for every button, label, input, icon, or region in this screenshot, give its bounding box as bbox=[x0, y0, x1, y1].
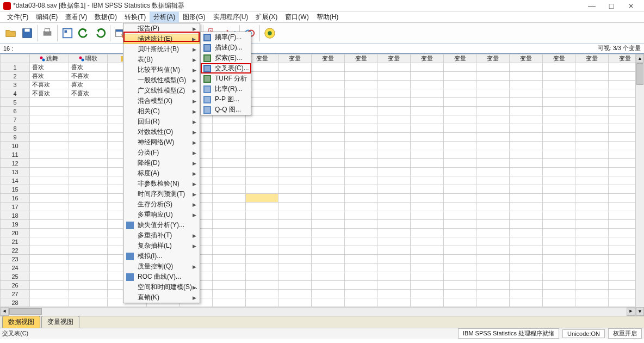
column-header[interactable]: 变量 bbox=[443, 54, 476, 63]
menu-ext[interactable]: 扩展(X) bbox=[252, 11, 281, 23]
data-cell[interactable] bbox=[575, 194, 609, 203]
data-cell[interactable] bbox=[245, 290, 278, 298]
data-cell[interactable] bbox=[30, 194, 69, 203]
data-cell[interactable] bbox=[245, 237, 278, 246]
data-cell[interactable] bbox=[542, 229, 575, 237]
data-cell[interactable] bbox=[312, 98, 345, 107]
data-cell[interactable] bbox=[510, 98, 543, 107]
data-cell[interactable] bbox=[312, 142, 345, 150]
data-cell[interactable] bbox=[69, 159, 108, 168]
data-cell[interactable] bbox=[30, 255, 69, 264]
column-header[interactable]: 唱歌 bbox=[69, 54, 108, 63]
data-cell[interactable] bbox=[575, 81, 609, 89]
data-cell[interactable] bbox=[278, 81, 312, 89]
data-cell[interactable] bbox=[69, 176, 108, 185]
data-cell[interactable] bbox=[476, 246, 510, 255]
data-cell[interactable] bbox=[542, 281, 575, 290]
tab-variable-view[interactable]: 变量视图 bbox=[41, 316, 79, 328]
data-cell[interactable] bbox=[443, 115, 476, 124]
row-header[interactable]: 25 bbox=[1, 272, 30, 281]
data-cell[interactable] bbox=[69, 115, 108, 124]
menu-item[interactable]: 比较平均值(M)▶ bbox=[123, 65, 200, 75]
data-cell[interactable] bbox=[411, 81, 444, 89]
horizontal-scrollbar[interactable]: ◄ ► bbox=[0, 307, 635, 316]
menu-item[interactable]: 报告(P)▶ bbox=[123, 23, 200, 34]
menu-item[interactable]: 表(B)▶ bbox=[123, 54, 200, 65]
data-cell[interactable] bbox=[377, 142, 411, 150]
data-cell[interactable] bbox=[476, 203, 510, 211]
data-cell[interactable] bbox=[312, 133, 345, 142]
data-cell[interactable] bbox=[344, 194, 377, 203]
data-cell[interactable] bbox=[476, 89, 510, 98]
data-cell[interactable] bbox=[245, 159, 278, 168]
data-cell[interactable] bbox=[443, 81, 476, 89]
data-cell[interactable] bbox=[344, 159, 377, 168]
data-cell[interactable] bbox=[312, 281, 345, 290]
row-header[interactable]: 26 bbox=[1, 281, 30, 290]
data-cell[interactable] bbox=[30, 298, 69, 307]
menu-item[interactable]: 贝叶斯统计(B)▶ bbox=[123, 44, 200, 54]
data-cell[interactable] bbox=[245, 281, 278, 290]
menu-edit[interactable]: 编辑(E) bbox=[32, 11, 61, 23]
data-cell[interactable] bbox=[30, 98, 69, 107]
data-cell[interactable] bbox=[69, 124, 108, 133]
data-cell[interactable] bbox=[411, 63, 444, 72]
data-cell[interactable] bbox=[542, 272, 575, 281]
row-header[interactable]: 22 bbox=[1, 246, 30, 255]
data-cell[interactable] bbox=[69, 133, 108, 142]
data-cell[interactable] bbox=[476, 176, 510, 185]
menu-graph[interactable]: 图形(G) bbox=[179, 11, 209, 23]
column-header[interactable]: 变量 bbox=[377, 54, 411, 63]
data-cell[interactable] bbox=[69, 185, 108, 194]
data-cell[interactable] bbox=[510, 272, 543, 281]
menu-item[interactable]: 缺失值分析(Y)... bbox=[123, 220, 200, 230]
data-cell[interactable] bbox=[213, 272, 246, 281]
data-cell[interactable] bbox=[245, 168, 278, 176]
row-header[interactable]: 28 bbox=[1, 298, 30, 307]
menu-file[interactable]: 文件(F) bbox=[3, 11, 32, 23]
data-cell[interactable] bbox=[575, 211, 609, 220]
data-cell[interactable] bbox=[542, 176, 575, 185]
data-cell[interactable] bbox=[213, 290, 246, 298]
menu-item[interactable]: 降维(D)▶ bbox=[123, 158, 200, 168]
data-cell[interactable] bbox=[476, 211, 510, 220]
data-cell[interactable] bbox=[542, 211, 575, 220]
data-cell[interactable] bbox=[312, 107, 345, 115]
submenu-item[interactable]: P-P 图... bbox=[201, 94, 251, 105]
open-icon[interactable] bbox=[3, 26, 18, 41]
data-cell[interactable] bbox=[542, 107, 575, 115]
data-cell[interactable] bbox=[278, 255, 312, 264]
data-cell[interactable] bbox=[312, 89, 345, 98]
data-cell[interactable] bbox=[510, 150, 543, 159]
data-cell[interactable] bbox=[278, 203, 312, 211]
data-cell[interactable] bbox=[377, 298, 411, 307]
data-cell[interactable] bbox=[377, 229, 411, 237]
row-header[interactable]: 15 bbox=[1, 185, 30, 194]
data-cell[interactable] bbox=[344, 81, 377, 89]
data-cell[interactable] bbox=[213, 115, 246, 124]
menu-item[interactable]: 空间和时间建模(S)...▶ bbox=[123, 282, 200, 292]
data-cell[interactable] bbox=[312, 203, 345, 211]
data-cell[interactable] bbox=[69, 168, 108, 176]
data-cell[interactable] bbox=[443, 194, 476, 203]
row-header[interactable]: 3 bbox=[1, 81, 30, 89]
data-cell[interactable] bbox=[575, 255, 609, 264]
data-cell[interactable] bbox=[30, 246, 69, 255]
data-cell[interactable] bbox=[69, 246, 108, 255]
data-cell[interactable] bbox=[278, 72, 312, 81]
data-cell[interactable] bbox=[510, 264, 543, 272]
data-cell[interactable] bbox=[213, 150, 246, 159]
row-header[interactable]: 20 bbox=[1, 229, 30, 237]
data-cell[interactable] bbox=[377, 176, 411, 185]
data-cell[interactable] bbox=[542, 237, 575, 246]
data-cell[interactable] bbox=[443, 185, 476, 194]
data-cell[interactable] bbox=[510, 185, 543, 194]
scroll-left-button[interactable]: ◄ bbox=[0, 308, 9, 316]
data-cell[interactable] bbox=[344, 246, 377, 255]
data-cell[interactable] bbox=[476, 281, 510, 290]
data-cell[interactable] bbox=[30, 124, 69, 133]
data-cell[interactable] bbox=[542, 98, 575, 107]
data-cell[interactable] bbox=[278, 281, 312, 290]
data-cell[interactable] bbox=[510, 211, 543, 220]
data-cell[interactable] bbox=[476, 220, 510, 229]
